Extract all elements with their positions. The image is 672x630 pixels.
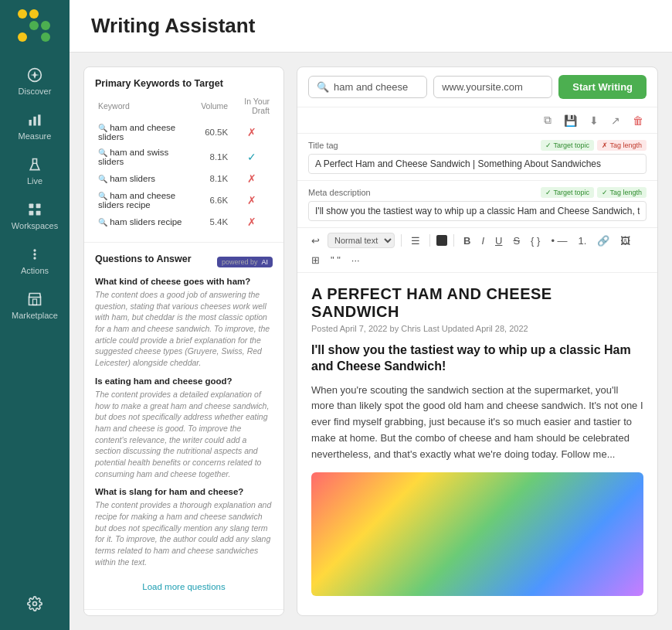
search-box[interactable]: 🔍 ham and cheese: [308, 76, 427, 98]
right-panel: 🔍 ham and cheese www.yoursite.com Start …: [297, 66, 658, 616]
svg-rect-9: [36, 211, 41, 216]
search-icon: 🔍: [317, 81, 329, 93]
search-value: ham and cheese: [334, 81, 408, 93]
question-answer: The content provides a detailed explanat…: [95, 389, 273, 480]
title-tag-section: Title tag ✓ Target topic ✗ Tag length: [297, 134, 657, 181]
svg-rect-6: [29, 204, 34, 209]
table-btn[interactable]: ⊞: [308, 253, 323, 267]
sidebar-item-settings[interactable]: [27, 588, 42, 621]
questions-section: Questions to Answer powered by AI What k…: [84, 243, 283, 610]
logo-dot: [41, 9, 50, 19]
bullet-list-btn[interactable]: • —: [548, 233, 570, 248]
save-icon-btn[interactable]: 💾: [561, 113, 580, 128]
load-more[interactable]: Load more questions: [95, 575, 273, 598]
ai-badge: powered by AI: [217, 257, 273, 267]
table-row: 🔍 ham and cheese sliders recipe 6.6K ✗: [95, 188, 273, 213]
question-text: What kind of cheese goes with ham?: [95, 277, 273, 286]
volume-cell: 60.5K: [198, 120, 231, 145]
svg-point-10: [33, 249, 36, 251]
svg-rect-13: [33, 299, 37, 305]
start-writing-button[interactable]: Start Writing: [558, 75, 647, 99]
title-tag-input[interactable]: [308, 154, 647, 174]
store-icon: [26, 291, 43, 308]
table-row: 🔍 ham sliders 8.1K ✗: [95, 169, 273, 188]
article-title: A PERFECT HAM AND CHEESE SANDWICH: [311, 285, 643, 321]
svg-rect-2: [29, 120, 32, 126]
tag-length-badge: ✗ Tag length: [597, 140, 647, 151]
text-format-select[interactable]: Normal text Heading 1 Heading 2: [328, 233, 395, 248]
italic-btn[interactable]: I: [478, 233, 487, 248]
underline-btn[interactable]: U: [492, 233, 505, 248]
image-btn[interactable]: 🖼: [617, 233, 633, 248]
bar-chart-icon: [26, 111, 43, 128]
sidebar-item-label: Measure: [19, 131, 52, 141]
page-header: Writing Assistant: [70, 0, 672, 53]
col-volume: Volume: [198, 95, 231, 120]
url-box[interactable]: www.yoursite.com: [433, 76, 552, 98]
meta-desc-label: Meta description ✓ Target topic ✓ Tag le…: [308, 187, 647, 198]
questions-list: What kind of cheese goes with ham? The c…: [95, 277, 273, 567]
question-answer: The content does a good job of answering…: [95, 289, 273, 369]
question-item: What kind of cheese goes with ham? The c…: [95, 277, 273, 369]
table-row: 🔍 ham sliders recipe 5.4K ✗: [95, 213, 273, 231]
strikethrough-btn[interactable]: S: [510, 233, 523, 248]
status-cell: ✗: [231, 120, 273, 145]
numbered-list-btn[interactable]: 1.: [575, 233, 590, 248]
more-btn[interactable]: ···: [348, 253, 363, 267]
sidebar-item-workspaces[interactable]: Workspaces: [0, 193, 70, 238]
toolbar-divider2: [429, 234, 430, 247]
code-btn[interactable]: { }: [528, 233, 543, 248]
quote-btn[interactable]: " ": [328, 253, 344, 267]
sidebar-item-discover[interactable]: Discover: [0, 59, 70, 104]
article-intro: I'll show you the tastiest way to whip u…: [311, 342, 643, 375]
logo-dot: [41, 21, 50, 30]
logo-dot: [18, 9, 27, 19]
status-cell: ✗: [231, 169, 273, 188]
sidebar: Discover Measure Live Workspaces Actions…: [0, 0, 70, 630]
format-toolbar: ↩ Normal text Heading 1 Heading 2 ☰ B I …: [297, 228, 657, 273]
flask-icon: [26, 156, 43, 173]
keyword-cell: 🔍 ham and cheese sliders: [95, 120, 198, 145]
share-icon-btn[interactable]: ↗: [608, 113, 623, 128]
svg-rect-4: [38, 114, 40, 125]
svg-rect-3: [33, 117, 36, 126]
col-keyword: Keyword: [95, 95, 198, 120]
question-answer: The content provides a thorough explanat…: [95, 499, 273, 567]
copy-icon-btn[interactable]: ⧉: [541, 112, 555, 128]
title-tag-label: Title tag ✓ Target topic ✗ Tag length: [308, 140, 647, 151]
svg-point-12: [33, 257, 36, 259]
editor-toolbar-top: 🔍 ham and cheese www.yoursite.com Start …: [297, 67, 657, 107]
sidebar-item-label: Marketplace: [12, 311, 58, 320]
meta-desc-input[interactable]: [308, 201, 647, 221]
link-btn[interactable]: 🔗: [594, 233, 613, 248]
article-meta: Posted April 7, 2022 by Chris Last Updat…: [311, 324, 643, 333]
url-value: www.yoursite.com: [442, 81, 523, 93]
sidebar-item-marketplace[interactable]: Marketplace: [0, 283, 70, 328]
sidebar-item-live[interactable]: Live: [0, 148, 70, 193]
download-icon-btn[interactable]: ⬇: [586, 113, 602, 128]
logo-dot: [18, 21, 27, 30]
logo-dot: [29, 21, 39, 30]
svg-rect-7: [36, 204, 41, 209]
article-image: [311, 472, 643, 596]
load-more-link[interactable]: Load more questions: [142, 582, 225, 591]
sidebar-item-measure[interactable]: Measure: [0, 104, 70, 148]
ai-label: AI: [261, 258, 268, 266]
keyword-cell: 🔍 ham sliders recipe: [95, 213, 198, 231]
svg-point-11: [33, 253, 36, 255]
article-body: When you're scouting the sandwich sectio…: [311, 383, 643, 463]
logo-dot: [18, 32, 27, 42]
sidebar-item-actions[interactable]: Actions: [0, 238, 70, 283]
delete-icon-btn[interactable]: 🗑: [630, 113, 647, 128]
gradient-image: [311, 472, 643, 596]
undo-btn[interactable]: ↩: [308, 233, 323, 248]
color-btn[interactable]: [436, 235, 447, 246]
actions-icon: [26, 246, 43, 263]
left-panel: Primary Keywords to Target Keyword Volum…: [83, 66, 284, 616]
title-tag-badges: ✓ Target topic ✗ Tag length: [541, 140, 647, 151]
bold-btn[interactable]: B: [460, 233, 473, 248]
svg-rect-8: [29, 211, 34, 216]
keywords-table: Keyword Volume In Your Draft 🔍 ham and c…: [95, 95, 273, 231]
sidebar-bottom: [27, 588, 42, 621]
list-btn[interactable]: ☰: [408, 233, 423, 248]
